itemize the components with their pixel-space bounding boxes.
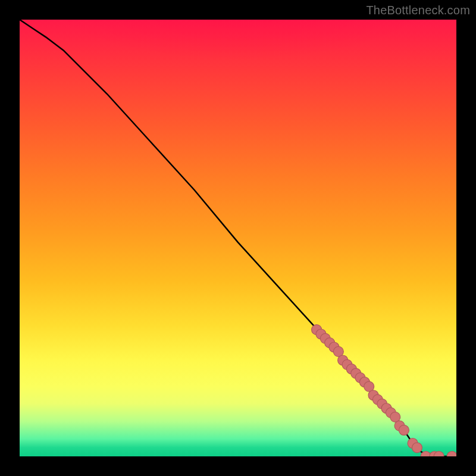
- marker-dot: [412, 443, 422, 453]
- marker-dot: [399, 425, 409, 435]
- marker-dot: [447, 452, 456, 457]
- plot-area: [20, 20, 456, 456]
- curve-layer: [20, 20, 456, 456]
- attribution-label: TheBottleneck.com: [366, 4, 470, 17]
- chart-stage: TheBottleneck.com: [0, 0, 476, 476]
- marker-group: [312, 325, 456, 456]
- bottleneck-curve: [20, 20, 456, 456]
